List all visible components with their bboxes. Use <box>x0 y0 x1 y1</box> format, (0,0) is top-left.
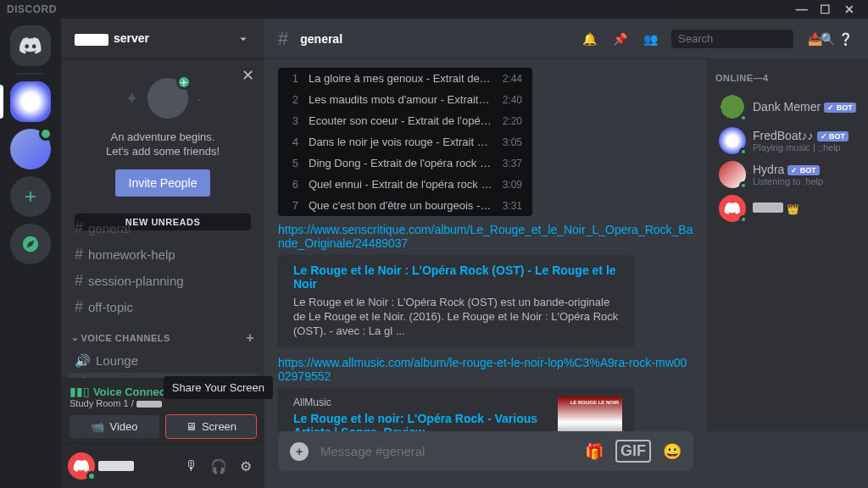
chevron-down-icon <box>236 31 251 47</box>
track-row[interactable]: 4Dans le noir je vois rouge - Extrait de… <box>278 131 532 152</box>
track-title: Que c'est bon d'être un bourgeois - Extr… <box>309 199 492 212</box>
settings-icon[interactable]: ⚙ <box>234 458 258 474</box>
channel-header: # general 🔔 📌 👥 🔍 📥 ❔ <box>264 19 868 59</box>
mute-icon[interactable]: 🎙 <box>180 458 203 474</box>
add-channel-icon[interactable]: + <box>246 330 254 346</box>
home-button[interactable] <box>10 25 51 66</box>
track-number: 3 <box>288 114 298 127</box>
message-list[interactable]: 1La gloire à mes genoux - Extrait de l'o… <box>264 59 707 431</box>
track-title: Dans le noir je vois rouge - Extrait de … <box>309 136 492 148</box>
member-dank-memer[interactable]: Dank Memer✓ BOT <box>715 90 860 124</box>
message-input[interactable] <box>320 444 573 458</box>
track-row[interactable]: 1La gloire à mes genoux - Extrait de l'o… <box>278 68 532 89</box>
search-input[interactable] <box>678 32 821 45</box>
self-avatar[interactable] <box>68 452 95 480</box>
sparkle-icon: ✦ <box>125 88 139 108</box>
channel-off-topic[interactable]: #off-topic <box>68 294 258 320</box>
track-duration: 2:40 <box>503 94 522 106</box>
screen-icon: 🖥 <box>186 420 197 433</box>
member-user[interactable]: 👑 <box>715 191 860 225</box>
inbox-icon[interactable]: 📥 <box>805 32 824 46</box>
channel-general-partial[interactable]: #general <box>68 215 258 241</box>
avatar <box>719 161 746 188</box>
gift-icon[interactable]: 🎁 <box>585 442 604 461</box>
embed-allmusic: AllMusic Le Rouge et le noir: L'Opéra Ro… <box>278 388 634 431</box>
members-icon[interactable]: 👥 <box>641 32 659 46</box>
track-title: Ecouter son coeur - Extrait de l'opéra r… <box>309 114 492 127</box>
self-name-redacted <box>98 461 134 471</box>
link-allmusic[interactable]: https://www.allmusic.com/album/le-rouge-… <box>278 356 687 383</box>
screen-share-tooltip: Share Your Screen <box>164 376 273 399</box>
channel-homework-help[interactable]: #homework-help <box>68 241 258 268</box>
owner-crown-icon: 👑 <box>787 203 799 215</box>
track-number: 7 <box>288 199 298 212</box>
search-box[interactable]: 🔍 <box>671 30 793 48</box>
embed-title[interactable]: Le Rouge et le Noir : L'Opéra Rock (OST)… <box>293 263 622 291</box>
help-icon[interactable]: ❔ <box>836 32 854 46</box>
member-fredboat[interactable]: FredBoat♪♪✓ BOTPlaying music | ;;help <box>715 124 860 158</box>
voice-category[interactable]: ⌄VOICE CHANNELS+ <box>68 320 258 349</box>
emoji-icon[interactable]: 😀 <box>663 442 682 461</box>
track-row[interactable]: 7Que c'est bon d'être un bourgeois - Ext… <box>278 195 532 216</box>
channel-title: general <box>300 32 568 46</box>
member-category: ONLINE—4 <box>715 73 860 83</box>
track-duration: 3:37 <box>503 158 522 169</box>
member-hydra[interactable]: Hydra✓ BOTListening to .help <box>715 158 860 191</box>
window-maximize[interactable]: ☐ <box>814 3 837 16</box>
window-close[interactable]: ✕ <box>837 3 861 16</box>
camera-icon: 📹 <box>91 420 104 433</box>
deafen-icon[interactable]: 🎧 <box>207 458 231 474</box>
track-duration: 3:09 <box>503 179 522 191</box>
track-title: Ding Dong - Extrait de l'opéra rock 'Le … <box>309 157 492 169</box>
main-panel: # general 🔔 📌 👥 🔍 📥 ❔ 1La gloire à mes g… <box>264 19 868 488</box>
server-icon-current[interactable] <box>10 81 51 122</box>
hashtag-icon: # <box>278 28 288 50</box>
bot-tag: ✓ BOT <box>824 103 856 113</box>
track-row[interactable]: 5Ding Dong - Extrait de l'opéra rock 'Le… <box>278 152 532 174</box>
video-button[interactable]: 📹Video <box>70 415 159 438</box>
hashtag-icon: # <box>75 219 83 237</box>
invite-people-button[interactable]: Invite People <box>115 169 211 197</box>
signal-icon: ▮▮▯ <box>70 385 90 398</box>
track-title: Les maudits mots d'amour - Extrait de l'… <box>309 93 492 106</box>
server-badge-icon <box>39 127 53 141</box>
explore-button[interactable] <box>10 224 51 264</box>
voice-lounge[interactable]: 🔊Lounge <box>68 349 258 373</box>
avatar <box>719 195 746 222</box>
track-number: 1 <box>288 72 298 85</box>
track-row[interactable]: 6Quel ennui - Extrait de l'opéra rock 'L… <box>278 174 532 195</box>
track-title: Quel ennui - Extrait de l'opéra rock 'Le… <box>309 178 492 191</box>
message-input-bar: + 🎁 GIF 😀 <box>264 431 707 488</box>
track-duration: 3:05 <box>503 136 522 148</box>
server-header[interactable]: server <box>61 19 264 59</box>
hashtag-icon: # <box>75 298 83 316</box>
message-link: https://www.senscritique.com/album/Le_Ro… <box>278 223 693 250</box>
avatar <box>719 93 746 120</box>
attach-button[interactable]: + <box>290 442 309 461</box>
close-icon[interactable]: ✕ <box>242 66 254 85</box>
embed-title[interactable]: Le Rouge et le noir: L'Opéra Rock - Vari… <box>293 412 546 431</box>
caret-down-icon: ⌄ <box>71 332 80 343</box>
add-server-button[interactable]: + <box>10 176 51 217</box>
notifications-icon[interactable]: 🔔 <box>580 32 598 46</box>
track-row[interactable]: 3Ecouter son coeur - Extrait de l'opéra … <box>278 110 532 131</box>
status-dot <box>86 471 97 481</box>
server-icon-2[interactable] <box>10 129 51 169</box>
link-senscritique[interactable]: https://www.senscritique.com/album/Le_Ro… <box>278 223 693 250</box>
track-row[interactable]: 2Les maudits mots d'amour - Extrait de l… <box>278 89 532 110</box>
hashtag-icon: # <box>75 272 83 290</box>
hashtag-icon: # <box>75 246 83 263</box>
gif-button[interactable]: GIF <box>615 440 651 463</box>
pinned-icon[interactable]: 📌 <box>610 32 629 46</box>
voice-connected-panel: Share Your Screen ▮▮▯ Voice Connected St… <box>61 378 264 444</box>
server-name-redacted <box>75 34 108 46</box>
plus-badge-icon: + <box>176 75 192 90</box>
channel-session-planning[interactable]: #session-planning <box>68 268 258 294</box>
spotify-tracklist-embed: 1La gloire à mes genoux - Extrait de l'o… <box>278 68 532 216</box>
server-divider <box>17 73 44 75</box>
embed-thumbnail <box>558 396 622 431</box>
window-minimize[interactable]: — <box>790 3 814 16</box>
track-number: 2 <box>288 93 298 106</box>
screen-share-button[interactable]: 🖥Screen <box>166 415 256 438</box>
embed-senscritique: Le Rouge et le Noir : L'Opéra Rock (OST)… <box>278 255 634 347</box>
